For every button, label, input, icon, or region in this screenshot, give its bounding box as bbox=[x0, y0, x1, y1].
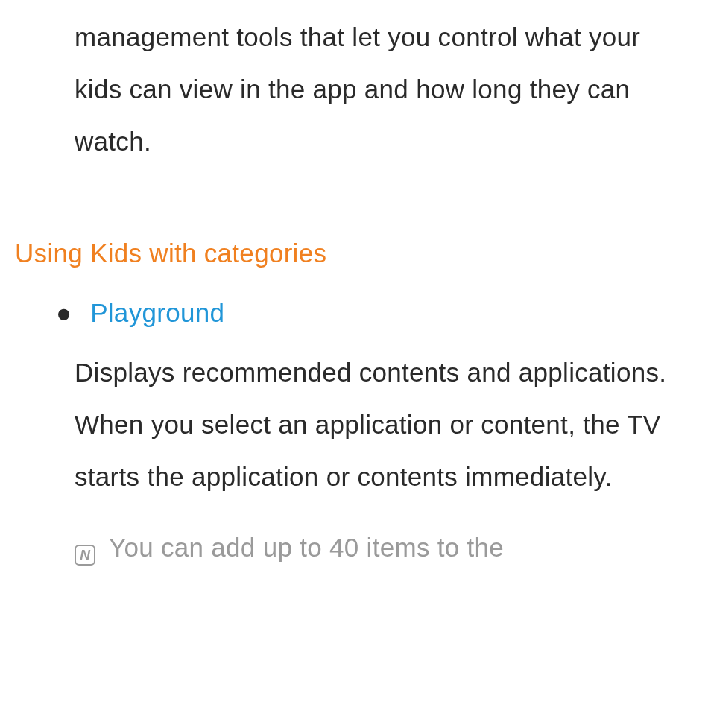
item-title: Playground bbox=[90, 298, 224, 328]
note-icon: N bbox=[75, 545, 95, 566]
note-text: You can add up to 40 items to the bbox=[109, 522, 504, 574]
note-row: N You can add up to 40 items to the bbox=[75, 522, 681, 574]
intro-paragraph: management tools that let you control wh… bbox=[75, 0, 681, 190]
list-item: ● Playground bbox=[75, 298, 681, 328]
item-description: Displays recommended contents and applic… bbox=[75, 346, 681, 503]
bullet-icon: ● bbox=[56, 298, 72, 328]
section-heading: Using Kids with categories bbox=[15, 238, 681, 268]
